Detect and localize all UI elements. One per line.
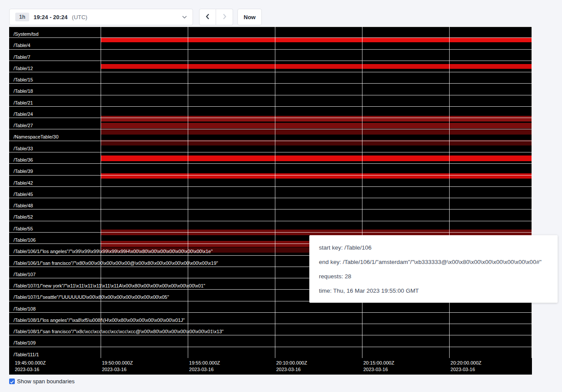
span-key-label: /Table/108 — [14, 306, 36, 312]
span-key-label: /Table/15 — [14, 77, 33, 83]
time-nav-group — [199, 9, 233, 25]
span-boundary-line — [9, 152, 532, 152]
span-key-label: /Table/48 — [14, 203, 33, 209]
span-boundary-line — [9, 175, 532, 176]
span-boundary-line — [9, 186, 532, 187]
span-boundary-line — [9, 221, 532, 221]
span-boundary-line — [9, 335, 532, 335]
x-axis-label: 20:15:00.000Z2023-03-16 — [362, 360, 394, 373]
next-time-button[interactable] — [216, 9, 233, 25]
span-key-label: /Table/18 — [14, 88, 33, 94]
span-boundary-line — [9, 106, 532, 107]
span-key-label: /Table/12 — [14, 66, 33, 71]
span-key-label: /Table/21 — [14, 100, 33, 106]
heat-band — [101, 129, 532, 135]
x-axis-label: 19:55:00.000Z2023-03-16 — [188, 360, 220, 373]
x-axis: 19:45:00.000Z2023-03-1619:50:00.000Z2023… — [9, 358, 532, 375]
span-boundary-line — [9, 198, 532, 198]
heat-band — [101, 64, 532, 69]
chevron-left-icon — [206, 14, 210, 21]
span-boundary-line — [9, 209, 532, 210]
now-button[interactable]: Now — [237, 9, 262, 25]
heat-band — [101, 123, 532, 128]
x-axis-label: 19:45:00.000Z2023-03-16 — [14, 360, 46, 373]
span-key-label: /Table/106 — [14, 237, 36, 243]
time-gridline — [188, 26, 188, 358]
span-boundary-line — [9, 141, 532, 141]
span-key-label: /Table/108/1/"san francisco"/"\x8c\xcc\x… — [14, 329, 223, 335]
time-range-badge: 1h — [15, 13, 29, 21]
x-axis-time: 19:55:00.000Z — [189, 360, 220, 366]
show-span-boundaries-label: Show span boundaries — [17, 378, 74, 385]
span-boundary-line — [9, 95, 532, 95]
span-key-label: /Table/106/1/"san francisco"/"\x80\x00\x… — [14, 260, 218, 266]
x-axis-date: 2023-03-16 — [189, 366, 220, 373]
heat-band — [101, 37, 532, 42]
heat-band — [101, 116, 532, 122]
footer: Show span boundaries — [9, 378, 74, 385]
span-key-label: /Table/39 — [14, 169, 33, 174]
checkmark-icon — [10, 378, 14, 385]
chevron-right-icon — [223, 14, 227, 21]
tooltip-end-key: end key: /Table/106/1/"amsterdam"/"\xb33… — [319, 255, 548, 269]
x-axis-date: 2023-03-16 — [15, 366, 46, 373]
span-boundary-line — [9, 49, 532, 50]
time-range-zone: (UTC) — [72, 14, 87, 20]
span-key-label: /Table/107 — [14, 272, 36, 277]
span-boundary-line — [9, 232, 532, 233]
span-key-label: /Table/24 — [14, 112, 33, 117]
time-range-label: 19:24 - 20:24 — [34, 14, 68, 20]
heat-band — [101, 155, 532, 161]
span-boundary-line — [9, 26, 532, 27]
span-key-label: /Table/108/1/"los angeles"/"\xa8\xf5\u00… — [14, 318, 185, 323]
x-axis-date: 2023-03-16 — [102, 366, 133, 373]
span-boundary-line — [9, 37, 532, 38]
tooltip-requests: requests: 28 — [319, 269, 548, 284]
time-gridline — [362, 26, 362, 358]
time-range-selector[interactable]: 1h 19:24 - 20:24 (UTC) — [9, 9, 193, 25]
x-axis-label: 19:50:00.000Z2023-03-16 — [101, 360, 133, 373]
span-key-label: /Table/45 — [14, 192, 33, 197]
x-axis-time: 20:15:00.000Z — [363, 360, 394, 366]
rows-area: /System/tsd/Table/4/Table/7/Table/12/Tab… — [9, 26, 532, 358]
x-axis-time: 19:45:00.000Z — [15, 360, 46, 366]
span-key-label: /NamespaceTable/30 — [14, 134, 58, 140]
span-key-label: /Table/107/1/"new york"/"\x11\x11\x11\x1… — [14, 283, 205, 289]
span-boundary-line — [9, 61, 532, 61]
span-key-label: /Table/36 — [14, 157, 33, 163]
span-boundary-line — [9, 163, 532, 164]
span-key-label: /Table/52 — [14, 214, 33, 220]
tooltip-start-key: start key: /Table/106 — [319, 240, 548, 255]
span-key-label: /Table/42 — [14, 180, 33, 186]
prev-time-button[interactable] — [199, 9, 216, 25]
x-axis-date: 2023-03-16 — [363, 366, 394, 373]
chevron-down-icon — [182, 16, 187, 19]
heat-band — [101, 173, 532, 179]
span-key-label: /Table/107/1/"seattle"/"UUUUUUD\x00\x80\… — [14, 294, 169, 300]
span-boundary-line — [9, 129, 532, 129]
span-key-label: /Table/4 — [14, 43, 30, 48]
span-boundary-line — [9, 72, 532, 72]
span-key-label: /Table/109 — [14, 340, 36, 346]
x-axis-date: 2023-03-16 — [450, 366, 481, 373]
span-boundary-line — [9, 312, 532, 313]
time-gridline — [275, 26, 275, 358]
key-visualizer-canvas[interactable]: /System/tsd/Table/4/Table/7/Table/12/Tab… — [9, 26, 532, 375]
span-key-label: /System/tsd — [14, 31, 38, 37]
span-key-label: /Table/7 — [14, 54, 30, 60]
time-gridline — [101, 26, 101, 358]
show-span-boundaries-checkbox[interactable] — [9, 378, 15, 384]
time-gridline — [532, 26, 532, 358]
x-axis-date: 2023-03-16 — [276, 366, 307, 373]
span-boundary-line — [9, 347, 532, 347]
span-key-label: /Table/33 — [14, 146, 33, 152]
span-key-label: /Table/27 — [14, 123, 33, 128]
x-axis-label: 20:10:00.000Z2023-03-16 — [275, 360, 307, 373]
span-boundary-line — [9, 324, 532, 324]
x-axis-label: 20:20:00.000Z2023-03-16 — [449, 360, 481, 373]
span-boundary-line — [9, 118, 532, 118]
time-gridline — [449, 26, 450, 358]
x-axis-time: 20:20:00.000Z — [450, 360, 481, 366]
span-key-label: /Table/111/1 — [14, 352, 39, 358]
tooltip: start key: /Table/106 end key: /Table/10… — [309, 235, 558, 303]
